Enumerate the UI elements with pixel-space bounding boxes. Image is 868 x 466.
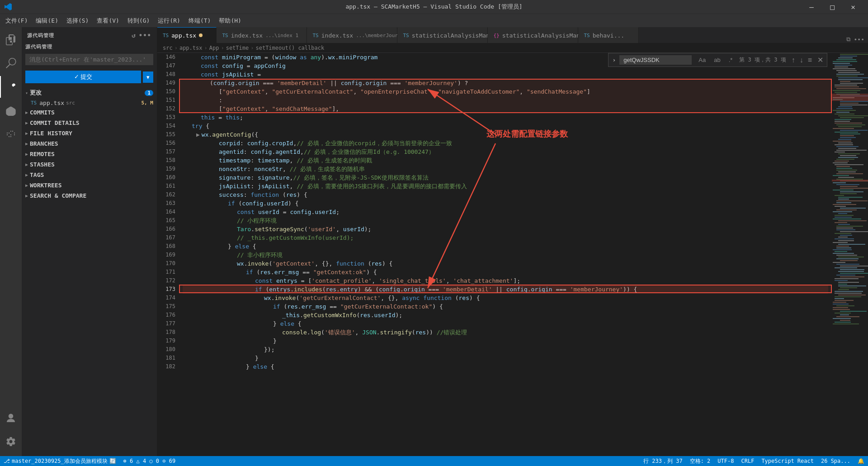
- line-num-151: 151: [157, 96, 175, 105]
- branches-section[interactable]: ▶ BRANCHES: [22, 138, 157, 149]
- tab-label: index.tsx: [231, 32, 263, 39]
- line-num-165: 165: [157, 216, 175, 225]
- more-options-icon[interactable]: •••: [139, 32, 151, 39]
- settings-icon[interactable]: [0, 431, 22, 452]
- menu-help[interactable]: 帮助(H): [215, 15, 245, 27]
- tab-index-tsx-1[interactable]: TS index.tsx ...\index 1 ✕: [217, 27, 307, 43]
- breadcrumb-src[interactable]: src: [163, 45, 173, 51]
- changed-file-item[interactable]: TS app.tsx src 5, M: [22, 99, 157, 107]
- stashes-section[interactable]: ▶ STASHES: [22, 159, 157, 170]
- find-options: Aa ab .*: [695, 55, 736, 65]
- breadcrumb-file[interactable]: app.tsx: [179, 45, 203, 51]
- menu-file[interactable]: 文件(F): [2, 15, 31, 27]
- commits-section[interactable]: ▶ COMMITS: [22, 107, 157, 118]
- maximize-button[interactable]: □: [822, 0, 843, 14]
- breadcrumb-callback[interactable]: setTimeout() callback: [255, 45, 324, 51]
- changes-header[interactable]: ▾ 更改 1: [22, 87, 157, 99]
- tab-label: app.tsx: [171, 32, 196, 39]
- breadcrumb-class[interactable]: App: [209, 45, 219, 51]
- find-expand-icon[interactable]: ›: [612, 57, 616, 63]
- find-nav: ↑ ↓ ≡: [790, 56, 814, 64]
- case-sensitive-button[interactable]: Aa: [695, 55, 709, 65]
- source-control-icon[interactable]: [0, 76, 22, 98]
- minimize-button[interactable]: —: [801, 0, 822, 14]
- line-num-155: 155: [157, 130, 175, 139]
- refresh-icon[interactable]: ↺: [132, 32, 136, 39]
- commit-arrow-button[interactable]: ▾: [143, 71, 153, 83]
- run-debug-icon[interactable]: [0, 100, 22, 121]
- lang-item[interactable]: TypeScript React: [758, 456, 817, 466]
- line-num-169: 169: [157, 251, 175, 259]
- line-num-149: 149: [157, 79, 175, 87]
- zoom-item[interactable]: 26 Spa...: [817, 456, 854, 466]
- line-num-148: 148: [157, 70, 175, 79]
- tags-section[interactable]: ▶ TAGS: [22, 170, 157, 180]
- titlebar-left: [5, 3, 12, 10]
- git-branch-icon: ⎇: [4, 458, 10, 464]
- split-editor-icon[interactable]: ⧉: [846, 36, 850, 43]
- menu-terminal[interactable]: 终端(T): [185, 15, 214, 27]
- code-area[interactable]: 这两处需配置链接参数 const miniProgram = (window a…: [179, 53, 832, 456]
- search-icon[interactable]: [0, 52, 22, 74]
- line-num-150: 150: [157, 87, 175, 96]
- branch-item[interactable]: ⎇ master_20230925_添加会员旅程模块 🔄: [0, 456, 120, 466]
- encoding-item[interactable]: UTF-8: [714, 456, 737, 466]
- account-icon[interactable]: [0, 407, 22, 429]
- encoding-text: UTF-8: [717, 458, 734, 464]
- breadcrumb-method[interactable]: setTime: [226, 45, 249, 51]
- line-num-171: 171: [157, 268, 175, 276]
- file-history-section[interactable]: ▶ FILE HISTORY: [22, 128, 157, 138]
- commit-details-section[interactable]: ▶ COMMIT DETAILS: [22, 118, 157, 128]
- find-input[interactable]: [619, 55, 692, 65]
- commit-button[interactable]: ✓ 提交: [25, 71, 141, 83]
- extensions-icon[interactable]: [0, 123, 22, 145]
- code-line-150: ["getContext", "getCurExternalContact", …: [183, 87, 828, 96]
- find-close-button[interactable]: ✕: [817, 56, 823, 64]
- commit-message-input[interactable]: [25, 54, 153, 65]
- explorer-icon[interactable]: [0, 29, 22, 51]
- position-item[interactable]: 行 233，列 37: [640, 456, 686, 466]
- menu-goto[interactable]: 转到(G): [124, 15, 153, 27]
- menu-select[interactable]: 选择(S): [63, 15, 92, 27]
- code-line-168: } else {: [183, 242, 828, 251]
- search-compare-section[interactable]: ▶ SEARCH & COMPARE: [22, 190, 157, 201]
- close-button[interactable]: ✕: [843, 0, 863, 14]
- line-num-182: 182: [157, 362, 175, 371]
- breadcrumb: src › app.tsx › App › setTime › setTimeo…: [157, 43, 868, 53]
- find-next-button[interactable]: ↓: [798, 56, 805, 64]
- remotes-section[interactable]: ▶ REMOTES: [22, 149, 157, 159]
- line-num-161: 161: [157, 182, 175, 190]
- errors-item[interactable]: ⊗ 6 △ 4 ○ 0 ⊙ 69: [120, 456, 179, 466]
- code-line-180: });: [183, 345, 828, 354]
- spaces-item[interactable]: 空格: 2: [686, 456, 714, 466]
- activity-bar: [0, 27, 22, 456]
- eol-text: CRLF: [741, 458, 754, 464]
- find-prev-button[interactable]: ↑: [790, 56, 797, 64]
- sidebar-header-icons: ↺ •••: [132, 32, 151, 39]
- eol-item[interactable]: CRLF: [737, 456, 758, 466]
- line-num-181: 181: [157, 354, 175, 362]
- menu-edit[interactable]: 编辑(E): [32, 15, 61, 27]
- line-num-153: 153: [157, 113, 175, 122]
- code-line-167: // _this.getCustomWxInfo(userId);: [183, 233, 828, 242]
- menu-run[interactable]: 运行(R): [154, 15, 184, 27]
- tab-app-tsx[interactable]: TS app.tsx ✕: [157, 27, 217, 43]
- menu-view[interactable]: 查看(V): [93, 15, 123, 27]
- more-tab-actions-icon[interactable]: •••: [854, 36, 864, 43]
- vscode-icon: [5, 3, 12, 10]
- whole-word-button[interactable]: ab: [711, 55, 723, 65]
- code-line-161: jsApiList: jsApiList, // 必填，需要使用的JS接口列表，…: [183, 182, 828, 190]
- tab-statistical-less[interactable]: {} statisticalAnalysisManage.less ✕: [488, 27, 578, 43]
- line-num-170: 170: [157, 259, 175, 268]
- main-layout: 源代码管理 ↺ ••• 源代码管理 ✓ 提交 ▾ ▾ 更改 1: [0, 27, 868, 456]
- find-expand-results-button[interactable]: ≡: [806, 56, 814, 64]
- worktrees-section[interactable]: ▶ WORKTREES: [22, 180, 157, 190]
- tab-behavi[interactable]: TS behavi... ✕: [578, 27, 638, 43]
- tab-index-tsx-2[interactable]: TS index.tsx ...\memberJourney ✕: [307, 27, 397, 43]
- line-num-156: 156: [157, 139, 175, 147]
- regex-button[interactable]: .*: [726, 55, 736, 65]
- line-num-168: 168: [157, 242, 175, 251]
- notification-icon[interactable]: 🔔: [854, 456, 868, 466]
- commits-chevron-icon: ▶: [25, 110, 28, 115]
- line-num-146: 146: [157, 53, 175, 62]
